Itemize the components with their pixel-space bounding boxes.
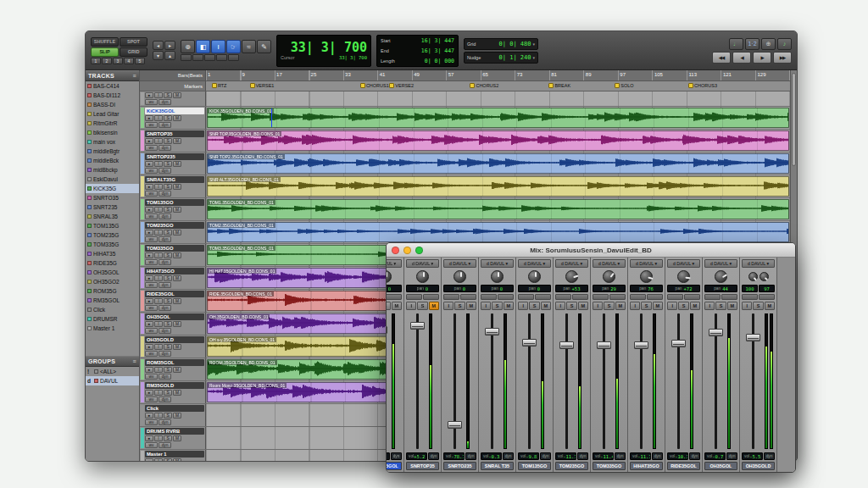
automation-mode-selector[interactable]: dyn	[159, 259, 171, 265]
input-monitor-button[interactable]: I	[443, 302, 453, 310]
volume-display[interactable]: vol-5.5	[742, 452, 763, 460]
panel-menu-icon[interactable]: ≡	[133, 358, 136, 364]
input-monitor-button[interactable]: I	[481, 302, 491, 310]
delay-display[interactable]: dyn	[428, 452, 439, 460]
volume-display[interactable]: vol-11.7	[555, 452, 576, 460]
input-monitor-button[interactable]: I	[154, 92, 163, 98]
audio-clip[interactable]: SNR TOP.35GOLDEN_BD.CONS_01	[207, 130, 789, 151]
group-assign-button[interactable]: d DAVUL ▾	[630, 259, 663, 268]
track-name-button[interactable]: ROM35GOL	[145, 359, 204, 366]
solo-button[interactable]: S	[164, 390, 172, 396]
input-monitor-button[interactable]: I	[555, 302, 565, 310]
selection-end-value[interactable]: 16| 3| 447	[421, 47, 454, 54]
pan-display[interactable]: pan29	[593, 285, 626, 292]
strip-name-label[interactable]: OH35GOL	[704, 462, 737, 470]
solo-button[interactable]: S	[454, 302, 465, 310]
tool-option-button[interactable]	[192, 54, 203, 61]
group-assign-button[interactable]: d DAVUL ▾	[518, 259, 551, 268]
conductor-toggle[interactable]: ♪	[777, 38, 792, 50]
automation-mode-button[interactable]	[555, 294, 571, 300]
markers-lane[interactable]: RTZVERSE1CHORUS1VERSE2CHORUS2BREAKSOLOCH…	[206, 81, 790, 91]
selection-length-value[interactable]: 0| 0| 000	[425, 58, 454, 64]
track-name-button[interactable]: Master 1	[145, 451, 204, 458]
input-monitor-button[interactable]: I	[154, 138, 163, 144]
automation-mode-button[interactable]	[518, 294, 534, 300]
volume-display[interactable]: vol-11.7	[630, 452, 651, 460]
record-enable-button[interactable]: ●	[145, 367, 153, 373]
mute-button[interactable]: M	[727, 302, 737, 310]
output-window-button[interactable]	[498, 294, 514, 300]
pan-display[interactable]: 100	[742, 285, 758, 292]
sidebar-track-click[interactable]: Click	[86, 305, 139, 314]
group-assign-button[interactable]: d DAVUL ▾	[742, 259, 775, 268]
mute-button[interactable]: M	[173, 321, 181, 327]
input-monitor-button[interactable]: I	[154, 207, 163, 213]
pan-display[interactable]: pan0	[443, 285, 476, 292]
view-selector[interactable]: wv	[145, 99, 158, 105]
input-monitor-button[interactable]: I	[154, 161, 163, 167]
fader-handle[interactable]	[671, 340, 686, 347]
automation-mode-selector[interactable]: dyn	[159, 214, 171, 219]
record-enable-button[interactable]: ●	[145, 321, 153, 327]
sidebar-track-tom135g[interactable]: TOM135G	[86, 221, 139, 230]
volume-display[interactable]: vol-9.8	[518, 452, 539, 460]
output-window-button[interactable]	[423, 294, 439, 300]
sidebar-group-all[interactable]: !<ALL>	[86, 367, 139, 376]
delay-display[interactable]: dyn	[577, 452, 588, 460]
dropdown-icon[interactable]: ▾	[532, 55, 535, 60]
solo-button[interactable]: S	[164, 92, 172, 98]
pan-display[interactable]: pan+72	[667, 285, 700, 292]
solo-button[interactable]: S	[164, 115, 172, 121]
mute-button[interactable]: M	[541, 302, 551, 310]
input-monitor-button[interactable]: I	[154, 367, 163, 373]
volume-display[interactable]: vol	[387, 452, 390, 460]
track-name-button[interactable]: TOM135GO	[145, 199, 204, 206]
pan-knob[interactable]	[565, 270, 578, 283]
delay-display[interactable]: dyn	[764, 452, 775, 460]
sidebar-track-oh35gol[interactable]: OH35GOL	[86, 268, 139, 277]
rewind-button[interactable]: ◀	[732, 52, 751, 64]
solo-button[interactable]: S	[164, 458, 172, 461]
view-selector[interactable]: wv	[145, 145, 158, 151]
solo-button[interactable]: S	[164, 138, 172, 144]
sidebar-track-bass-di[interactable]: BASS-DI	[86, 100, 139, 109]
volume-display[interactable]: vol-78.7	[443, 452, 465, 460]
selection-start-value[interactable]: 16| 3| 447	[421, 37, 454, 44]
solo-button[interactable]: S	[164, 367, 172, 373]
automation-mode-button[interactable]	[630, 294, 646, 300]
group-assign-button[interactable]: d DAVUL ▾	[481, 259, 514, 268]
input-monitor-button[interactable]: I	[667, 302, 677, 310]
fader-handle[interactable]	[387, 326, 387, 334]
track-name-button[interactable]: RM35GOLD	[145, 382, 204, 389]
zoom-preset-4[interactable]: 4	[124, 58, 134, 64]
markers-name-cell[interactable]: Markers	[140, 81, 206, 91]
output-window-button[interactable]	[609, 294, 626, 300]
horizontal-zoom-out-button[interactable]: ◂	[153, 41, 164, 50]
vertical-zoom-out-button[interactable]: ▾	[153, 51, 164, 60]
track-name-button[interactable]: OH35GOL	[145, 313, 204, 320]
mute-button[interactable]: M	[765, 302, 775, 310]
pan-display[interactable]: pan0	[387, 285, 402, 292]
pan-display[interactable]: pan0	[481, 285, 514, 292]
solo-button[interactable]: S	[566, 302, 576, 310]
strip-name-label[interactable]: TOM335GO	[593, 462, 626, 470]
automation-mode-button[interactable]	[704, 294, 721, 300]
delay-display[interactable]: dyn	[726, 452, 737, 460]
output-window-button[interactable]	[535, 294, 551, 300]
solo-button[interactable]: S	[164, 275, 172, 281]
pan-knob[interactable]	[528, 270, 541, 283]
sidebar-track-tom235g[interactable]: TOM235G	[86, 230, 139, 240]
automation-mode-selector[interactable]: dyn	[159, 442, 171, 448]
track-name-button[interactable]: SNRALT35G	[145, 176, 204, 183]
delay-display[interactable]: dyn	[503, 452, 514, 460]
dropdown-icon[interactable]: ▾	[532, 42, 535, 47]
mute-button[interactable]: M	[173, 184, 181, 190]
input-monitor-button[interactable]: I	[154, 184, 163, 190]
mix-window-titlebar[interactable]: Mix: SorumlusuSensin_DavulEdit_BD	[387, 243, 795, 258]
volume-display[interactable]: vol-11.4	[593, 452, 614, 460]
volume-display[interactable]: vol-0.7	[704, 452, 726, 460]
pan-display[interactable]: pan76	[630, 285, 663, 292]
mute-button[interactable]: M	[173, 115, 181, 121]
solo-button[interactable]: S	[492, 302, 502, 310]
view-selector[interactable]: wv	[145, 396, 158, 402]
